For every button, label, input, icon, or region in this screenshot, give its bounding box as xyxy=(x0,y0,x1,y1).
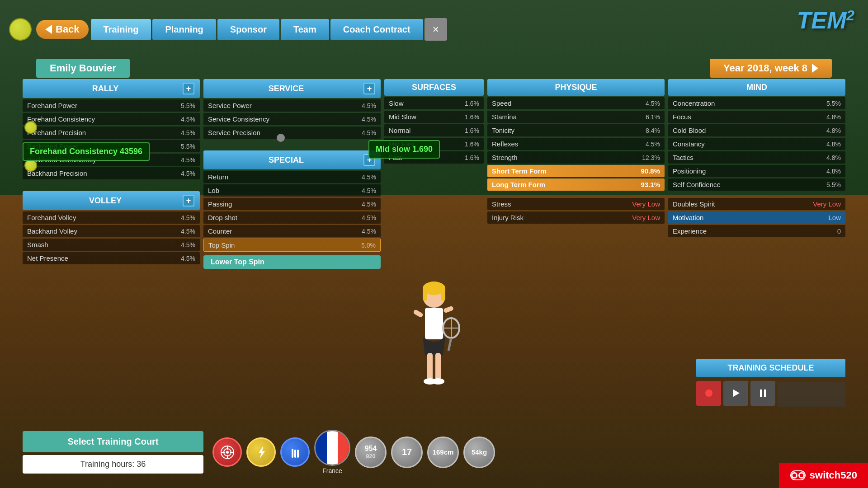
flag-stripes xyxy=(316,431,349,465)
stat-value: Very Low xyxy=(632,214,660,221)
surface-mid-slow[interactable]: Mid Slow 1.6% xyxy=(384,111,484,123)
special-passing[interactable]: Passing 4.5% xyxy=(203,198,381,210)
svg-rect-18 xyxy=(423,287,427,301)
rally-header: RALLY + xyxy=(23,79,200,98)
surface-normal[interactable]: Normal 1.6% xyxy=(384,124,484,136)
stat-value: 1.6% xyxy=(465,100,479,107)
stat-value: Very Low xyxy=(813,200,841,208)
stat-label: Normal xyxy=(389,127,410,134)
pause-button[interactable] xyxy=(750,381,775,406)
lightning-icon-circle[interactable] xyxy=(246,437,276,467)
mind-experience: Experience 0 xyxy=(668,225,845,237)
svg-rect-21 xyxy=(427,353,433,380)
physique-stress: Stress Very Low xyxy=(487,198,665,210)
special-return[interactable]: Return 4.5% xyxy=(203,171,381,183)
svg-rect-22 xyxy=(435,353,441,380)
stat-label: Experience xyxy=(673,227,707,235)
stat-value: 5.5% xyxy=(181,102,195,109)
mind-focus[interactable]: Focus 4.8% xyxy=(668,111,845,123)
stat-value: 5.0% xyxy=(361,242,376,249)
close-button[interactable]: × xyxy=(425,18,447,41)
switch-label: switch520 xyxy=(810,469,857,481)
year-next-arrow[interactable] xyxy=(812,64,818,73)
france-flag[interactable] xyxy=(314,430,350,466)
target-icon-circle[interactable] xyxy=(212,437,242,467)
physique-speed[interactable]: Speed 4.5% xyxy=(487,97,665,109)
service-consistency[interactable]: Service Consistency 4.5% xyxy=(203,113,381,125)
mind-constancy[interactable]: Constancy 4.8% xyxy=(668,138,845,150)
rally-forehand-precision[interactable]: Forehand Precision 4.5% xyxy=(23,127,200,139)
svg-rect-19 xyxy=(441,287,445,301)
rally-forehand-consistency[interactable]: Forehand Consistency 4.5% xyxy=(23,113,200,125)
volley-net-presence[interactable]: Net Presence 4.5% xyxy=(23,252,200,264)
surfaces-header: SURFACES xyxy=(384,79,484,96)
physique-reflexes[interactable]: Reflexes 4.5% xyxy=(487,138,665,150)
physique-stamina[interactable]: Stamina 6.1% xyxy=(487,111,665,123)
stat-value: 4.8% xyxy=(826,127,841,134)
physique-tonicity[interactable]: Tonicity 8.4% xyxy=(487,124,665,136)
mind-concentration[interactable]: Concentration 5.5% xyxy=(668,97,845,109)
physique-title: PHYSIQUE xyxy=(493,83,659,92)
nav-coach-contract[interactable]: Coach Contract xyxy=(330,19,423,40)
special-counter[interactable]: Counter 4.5% xyxy=(203,225,381,237)
surface-slow[interactable]: Slow 1.6% xyxy=(384,97,484,109)
surfaces-title: SURFACES xyxy=(390,83,478,92)
stat-label: Reflexes xyxy=(492,140,518,148)
forehand-consistency-popup: Forehand Consistency 43596 xyxy=(23,142,150,161)
spacer xyxy=(487,192,665,197)
tooltip-text[interactable]: Lower Top Spin xyxy=(203,255,381,269)
back-button[interactable]: Back xyxy=(36,20,89,39)
rally-backhand-precision[interactable]: Backhand Precision 4.5% xyxy=(23,167,200,179)
form-label: Short Term Form xyxy=(492,167,547,175)
stat-value: 5.5% xyxy=(826,181,841,188)
stat-label: Forehand Consistency xyxy=(27,115,95,123)
form-value: 90.8% xyxy=(641,167,660,175)
select-court-button[interactable]: Select Training Court xyxy=(23,431,203,452)
fc-popup-text: Forehand Consistency 43596 xyxy=(30,147,142,156)
stat-label: Forehand Power xyxy=(27,102,77,109)
mind-positioning[interactable]: Positioning 4.8% xyxy=(668,165,845,177)
rally-add-button[interactable]: + xyxy=(183,83,194,94)
service-power[interactable]: Service Power 4.5% xyxy=(203,99,381,112)
service-add-button[interactable]: + xyxy=(363,83,375,94)
svg-rect-3 xyxy=(764,389,766,397)
special-top-spin[interactable]: Top Spin 5.0% xyxy=(203,239,381,252)
nav-sponsor[interactable]: Sponsor xyxy=(217,19,279,40)
long-term-form: Long Term Form 93.1% xyxy=(487,178,665,191)
service-precision[interactable]: Service Precision 4.5% xyxy=(203,127,381,139)
svg-line-30 xyxy=(448,338,451,351)
volley-add-button[interactable]: + xyxy=(183,195,194,206)
stat-value: 1.6% xyxy=(465,141,479,148)
nav-planning[interactable]: Planning xyxy=(152,19,216,40)
volley-backhand[interactable]: Backhand Volley 4.5% xyxy=(23,225,200,237)
stat-value: 4.5% xyxy=(362,187,376,194)
play-button[interactable] xyxy=(723,381,748,406)
svg-point-6 xyxy=(226,451,229,454)
stat-value: 4.5% xyxy=(181,170,195,177)
form-value: 93.1% xyxy=(641,181,660,188)
stat-value: 4.5% xyxy=(181,241,195,249)
hand-icon-circle[interactable] xyxy=(280,437,310,467)
special-lob[interactable]: Lob 4.5% xyxy=(203,184,381,197)
special-header: SPECIAL + xyxy=(203,150,381,169)
player-icons-row: France 954 920 17 169cm 54kg xyxy=(212,430,495,474)
stat-label: Injury Risk xyxy=(492,214,524,221)
special-drop-shot[interactable]: Drop shot 4.5% xyxy=(203,211,381,224)
stat-label: Constancy xyxy=(673,140,705,148)
nav-team[interactable]: Team xyxy=(281,19,329,40)
svg-rect-2 xyxy=(760,389,762,397)
stat-value: 4.5% xyxy=(362,102,376,109)
volley-forehand[interactable]: Forehand Volley 4.5% xyxy=(23,211,200,224)
svg-marker-11 xyxy=(259,446,265,459)
nav-training[interactable]: Training xyxy=(91,19,151,40)
mind-self-confidence[interactable]: Self Confidence 5.5% xyxy=(668,178,845,191)
rally-forehand-power[interactable]: Forehand Power 5.5% xyxy=(23,99,200,112)
stat-label: Passing xyxy=(208,200,232,208)
physique-strength[interactable]: Strength 12.3% xyxy=(487,151,665,164)
volley-smash[interactable]: Smash 4.5% xyxy=(23,239,200,251)
stat-value: 4.5% xyxy=(362,228,376,235)
stat-value: Low xyxy=(828,214,841,221)
mind-tactics[interactable]: Tactics 4.8% xyxy=(668,151,845,164)
record-button[interactable] xyxy=(696,381,721,406)
mind-cold-blood[interactable]: Cold Blood 4.8% xyxy=(668,124,845,136)
